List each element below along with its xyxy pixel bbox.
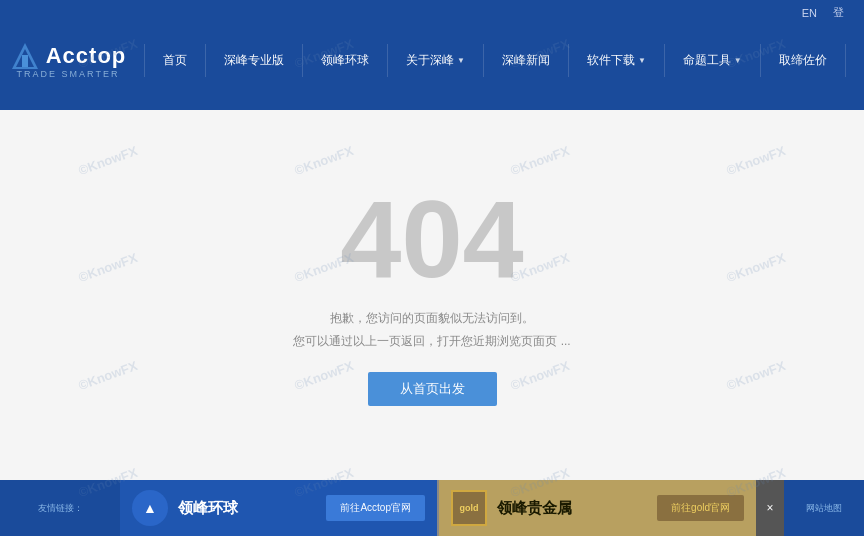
footer-links-label: 友情链接： (0, 480, 120, 536)
error-message-2: 您可以通过以上一页返回，打开您近期浏览页面页 ... (293, 333, 570, 350)
nav-item-deregister[interactable]: 取缔佐价 (761, 44, 846, 77)
top-bar: EN 登 (0, 0, 864, 25)
nav-item-news[interactable]: 深峰新闻 (484, 44, 569, 77)
svg-rect-2 (22, 55, 28, 67)
nav-item-home[interactable]: 首页 (144, 44, 206, 77)
nav-area: Acctop TRADE SMARTER 首页 深峰专业版 领峰环球 关于深峰 … (0, 25, 864, 95)
footer-visit-gold-button[interactable]: 前往gold官网 (657, 495, 744, 521)
nav-item-tools[interactable]: 命题工具 ▼ (665, 44, 761, 77)
chevron-down-icon: ▼ (638, 56, 646, 65)
footer-section-acctop: ▲ 领峰环球 前往Acctop官网 (120, 480, 437, 536)
footer-acctop-icon: ▲ (132, 490, 168, 526)
footer-close-button[interactable]: × (756, 480, 784, 536)
footer-sitemap-label: 网站地图 (806, 502, 842, 515)
nav-item-globe[interactable]: 领峰环球 (303, 44, 388, 77)
site-header: EN 登 Acctop TRADE SMARTER 首页 深峰专业版 领峰 (0, 0, 864, 110)
main-nav: 首页 深峰专业版 领峰环球 关于深峰 ▼ 深峰新闻 软件下载 ▼ 命题工具 ▼ (144, 44, 856, 77)
logo-area: Acctop TRADE SMARTER (8, 41, 128, 79)
footer-acctop-title: 领峰环球 (178, 499, 238, 518)
footer-bar: 友情链接： ▲ 领峰环球 前往Acctop官网 gold 领峰贵金属 前往gol… (0, 480, 864, 536)
lang-cn-button[interactable]: 登 (829, 4, 848, 21)
chevron-down-icon: ▼ (457, 56, 465, 65)
logo-top: Acctop (10, 41, 127, 71)
footer-links-text: 友情链接： (38, 502, 83, 515)
footer-gold-title: 领峰贵金属 (497, 499, 572, 518)
lang-en-button[interactable]: EN (798, 4, 821, 21)
logo-icon (10, 41, 40, 71)
error-message-1: 抱歉，您访问的页面貌似无法访问到。 (330, 310, 534, 327)
logo-sub: TRADE SMARTER (17, 69, 120, 79)
nav-item-pro[interactable]: 深峰专业版 (206, 44, 303, 77)
footer-sitemap: 网站地图 (784, 480, 864, 536)
error-code: 404 (340, 184, 524, 294)
chevron-down-icon: ▼ (734, 56, 742, 65)
logo-text: Acctop (46, 43, 127, 69)
close-icon: × (766, 501, 773, 515)
nav-item-about[interactable]: 关于深峰 ▼ (388, 44, 484, 77)
footer-section-gold: gold 领峰贵金属 前往gold官网 (439, 480, 756, 536)
nav-item-download[interactable]: 软件下载 ▼ (569, 44, 665, 77)
footer-gold-icon: gold (451, 490, 487, 526)
back-home-button[interactable]: 从首页出发 (368, 372, 497, 406)
main-content: 404 抱歉，您访问的页面貌似无法访问到。 您可以通过以上一页返回，打开您近期浏… (0, 110, 864, 480)
footer-visit-acctop-button[interactable]: 前往Acctop官网 (326, 495, 425, 521)
